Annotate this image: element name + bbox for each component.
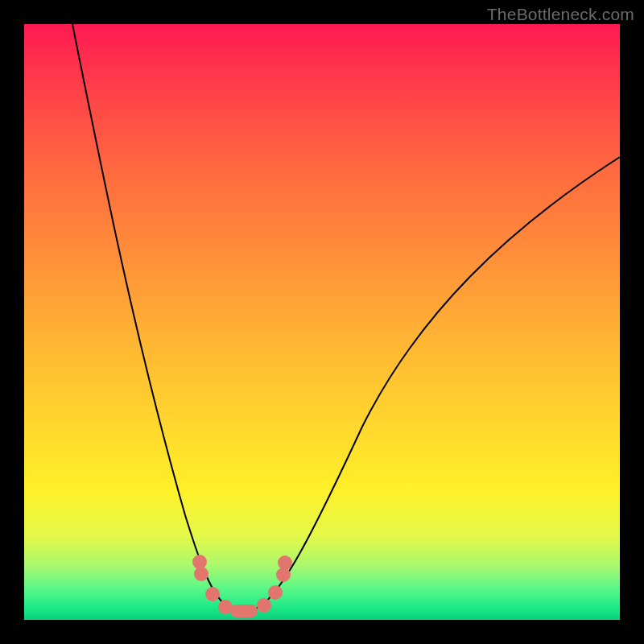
outer-frame: TheBottleneck.com [0,0,644,644]
marker-dot [230,605,258,617]
watermark-text: TheBottleneck.com [487,5,634,24]
curve-svg [24,24,620,620]
marker-dot [257,598,271,613]
marker-dot [268,585,283,600]
marker-dot [278,555,292,570]
marker-dot [205,587,220,601]
trough-marker-group [192,555,292,617]
plot-area [24,24,620,620]
bottleneck-curve [72,24,620,612]
marker-dot [194,567,208,581]
